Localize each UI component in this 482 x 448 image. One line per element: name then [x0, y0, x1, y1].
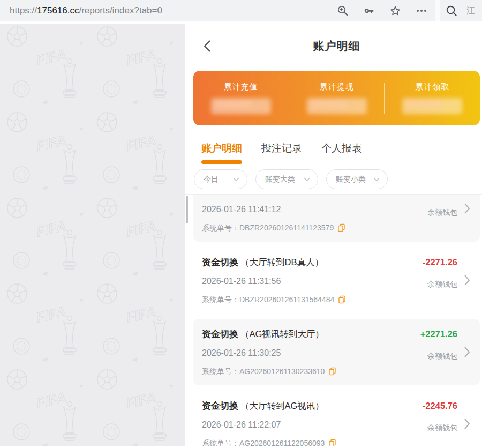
txn-wallet-label: 余额钱包 — [427, 352, 457, 361]
txn-wallet-label: 余额钱包 — [427, 280, 457, 289]
app-header: 账户明细 — [185, 24, 482, 69]
url-display[interactable]: https://175616.cc/reports/index?tab=0 — [0, 5, 337, 16]
find-search-box[interactable]: 江 — [440, 0, 482, 21]
url-scheme: https:// — [10, 5, 37, 16]
txn-order-number: AG202601261130233610 — [239, 366, 325, 377]
transaction-row[interactable]: 2026-01-26 11:41:12 系统单号：DBZR20260126114… — [193, 194, 480, 242]
txn-order-number: AG202601261122056093 — [239, 438, 325, 446]
copy-icon[interactable] — [338, 295, 346, 304]
scrollbar-thumb[interactable] — [186, 196, 188, 223]
tab-label: 个人报表 — [321, 141, 362, 155]
transaction-row[interactable]: 资金切换（大厅转到AG视讯） 2026-01-26 11:22:07 系统单号：… — [193, 391, 480, 446]
chevron-right-icon — [457, 194, 470, 233]
search-divider — [462, 6, 462, 16]
txn-amount: -2245.76 — [423, 399, 457, 412]
filter-date-dropdown[interactable]: 今日 — [194, 169, 247, 189]
chevron-right-icon — [457, 399, 470, 446]
summary-card: 累计充值 累计提现 累计领取 — [193, 71, 480, 125]
summary-value-redacted — [402, 98, 462, 114]
page-title: 账户明细 — [313, 39, 360, 54]
summary-value-redacted — [307, 98, 367, 114]
txn-order-label: 系统单号： — [202, 222, 239, 233]
txn-amount: +2300.16 — [420, 194, 457, 197]
copy-icon[interactable] — [328, 439, 336, 446]
filters-bar: 今日 账变大类 账变小类 — [185, 164, 482, 194]
txn-wallet-label: 余额钱包 — [427, 423, 457, 433]
summary-total-withdrawal: 累计提现 — [289, 71, 385, 125]
summary-total-deposit: 累计充值 — [193, 71, 289, 125]
url-path: /reports/index?tab=0 — [79, 5, 162, 16]
copy-icon[interactable] — [328, 367, 336, 376]
txn-datetime: 2026-01-26 11:31:56 — [202, 275, 393, 287]
txn-datetime: 2026-01-26 11:30:25 — [202, 347, 393, 359]
filter-label: 账变小类 — [336, 175, 366, 184]
search-icon — [446, 5, 457, 17]
bar-divider-gap — [435, 0, 440, 21]
txn-title: 资金切换 — [202, 329, 238, 339]
txn-amount: +2271.26 — [420, 327, 457, 340]
more-options-icon[interactable] — [416, 5, 427, 17]
active-tab-underline — [201, 160, 242, 164]
txn-order-number: DBZR202601261131564484 — [239, 294, 334, 305]
search-partial-text: 江 — [466, 5, 475, 17]
tabs-bar: 账户明细 投注记录 个人报表 — [185, 125, 482, 164]
txn-subtitle: （大厅转到DB真人） — [240, 257, 323, 267]
account-detail-panel: 账户明细 累计充值 累计提现 累计领取 账户明细 — [185, 24, 482, 446]
txn-order-label: 系统单号： — [202, 438, 239, 446]
transaction-row[interactable]: 资金切换（AG视讯转到大厅） 2026-01-26 11:30:25 系统单号：… — [193, 319, 480, 385]
transaction-row[interactable]: 资金切换（大厅转到DB真人） 2026-01-26 11:31:56 系统单号：… — [193, 247, 480, 313]
transaction-list: 2026-01-26 11:41:12 系统单号：DBZR20260126114… — [185, 194, 482, 446]
summary-value-redacted — [211, 98, 271, 114]
txn-order-label: 系统单号： — [202, 294, 239, 305]
chevron-right-icon — [457, 327, 470, 377]
txn-title: 资金切换 — [202, 401, 238, 411]
bookmark-star-icon[interactable] — [389, 5, 401, 17]
txn-order-number: DBZR202601261141123579 — [239, 222, 334, 233]
summary-total-claimed: 累计领取 — [385, 71, 480, 125]
zoom-in-icon[interactable] — [337, 5, 349, 17]
fifa-watermark-pattern-svg: FIFA — [0, 24, 185, 446]
txn-datetime: 2026-01-26 11:41:12 — [202, 204, 393, 215]
txn-wallet-label: 余额钱包 — [427, 208, 457, 218]
url-domain: 175616.cc — [37, 5, 79, 16]
filter-label: 账变大类 — [265, 175, 295, 184]
browser-address-bar: https://175616.cc/reports/index?tab=0 江 — [0, 0, 482, 21]
fifa-pattern-background: FIFA — [0, 24, 185, 446]
filter-minor-category-dropdown[interactable]: 账变小类 — [326, 169, 388, 189]
back-button[interactable] — [200, 39, 215, 54]
filter-label: 今日 — [204, 175, 219, 184]
txn-subtitle: （AG视讯转到大厅） — [240, 329, 324, 339]
summary-label: 累计领取 — [415, 82, 449, 92]
txn-title: 资金切换 — [202, 257, 238, 267]
txn-order-label: 系统单号： — [202, 366, 239, 377]
tab-personal-report[interactable]: 个人报表 — [321, 141, 362, 164]
transaction-list-viewport[interactable]: 2026-01-26 11:41:12 系统单号：DBZR20260126114… — [185, 194, 482, 446]
txn-datetime: 2026-01-26 11:22:07 — [202, 419, 393, 431]
txn-subtitle: （大厅转到AG视讯） — [240, 401, 324, 410]
summary-label: 累计充值 — [224, 82, 258, 92]
chevron-down-icon — [373, 177, 380, 182]
tab-bet-records[interactable]: 投注记录 — [261, 141, 302, 164]
chevron-right-icon — [457, 256, 470, 305]
filter-major-category-dropdown[interactable]: 账变大类 — [255, 169, 318, 189]
tab-label: 投注记录 — [261, 141, 302, 155]
copy-icon[interactable] — [337, 223, 345, 232]
password-key-icon[interactable] — [363, 5, 375, 17]
summary-label: 累计提现 — [320, 82, 354, 92]
chevron-down-icon — [233, 177, 239, 182]
txn-amount: -2271.26 — [423, 256, 457, 268]
chevron-down-icon — [304, 177, 310, 182]
tab-label: 账户明细 — [201, 141, 242, 155]
tab-account-detail[interactable]: 账户明细 — [201, 141, 242, 164]
